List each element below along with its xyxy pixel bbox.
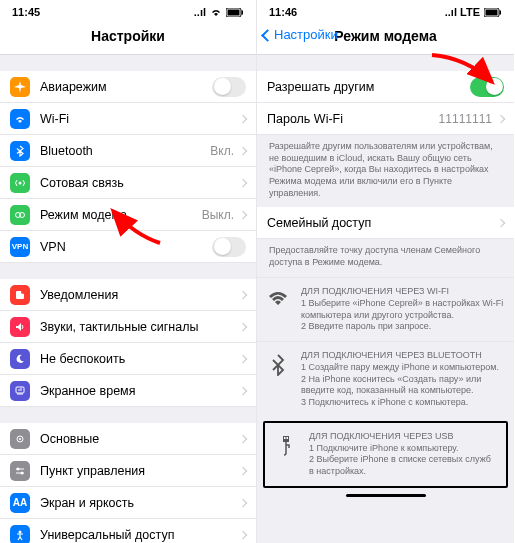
usb-instructions-highlighted: ДЛЯ ПОДКЛЮЧЕНИЯ ЧЕРЕЗ USB 1 Подключите i… [263,421,508,488]
chevron-right-icon [239,466,247,474]
chevron-right-icon [239,354,247,362]
row-label: Авиарежим [40,80,212,94]
home-indicator[interactable] [257,488,514,504]
row-wifi-password[interactable]: Пароль Wi-Fi 11111111 [257,103,514,135]
status-time: 11:46 [269,6,297,18]
row-label: Семейный доступ [267,216,498,230]
chevron-left-icon [263,27,274,42]
row-value: Выкл. [202,208,234,222]
svg-point-11 [17,467,20,470]
chevron-right-icon [239,290,247,298]
svg-point-7 [21,290,25,294]
row-label: Режим модема [40,208,202,222]
status-time: 11:45 [12,6,40,18]
status-icons: ..ıl LTE [445,6,502,18]
row-value: 11111111 [439,112,492,126]
row-label: Звуки, тактильные сигналы [40,320,240,334]
chevron-right-icon [239,498,247,506]
chevron-right-icon [497,219,505,227]
chevron-right-icon [239,146,247,154]
row-bluetooth[interactable]: Bluetooth Вкл. [0,135,256,167]
row-label: Универсальный доступ [40,528,240,542]
row-label: VPN [40,240,212,254]
usb-icon [275,431,297,478]
row-label: Основные [40,432,240,446]
row-airplane[interactable]: Авиарежим [0,71,256,103]
row-label: Разрешать другим [267,80,470,94]
airplane-toggle[interactable] [212,77,246,97]
row-hotspot[interactable]: Режим модема Выкл. [0,199,256,231]
chevron-right-icon [239,530,247,538]
chevron-right-icon [239,434,247,442]
conn-step: 1 Создайте пару между iPhone и компьютер… [301,362,504,374]
svg-rect-15 [486,9,498,15]
status-bar: 11:46 ..ıl LTE [257,0,514,22]
row-label: Пункт управления [40,464,240,478]
chevron-right-icon [239,210,247,218]
svg-rect-8 [16,387,24,393]
svg-point-12 [21,471,24,474]
svg-rect-16 [500,10,502,14]
chevron-right-icon [239,386,247,394]
svg-rect-2 [242,10,244,14]
dnd-icon [10,349,30,369]
settings-screen: 11:45 ..ıl Настройки Авиарежим Wi-Fi [0,0,257,543]
hotspot-screen: 11:46 ..ıl LTE Настройки Режим модема Ра… [257,0,514,543]
hotspot-icon [10,205,30,225]
bluetooth-icon [10,141,30,161]
row-value: Вкл. [210,144,234,158]
status-icons: ..ıl [194,6,244,18]
row-general[interactable]: Основные [0,423,256,455]
row-wifi[interactable]: Wi-Fi [0,103,256,135]
row-label: Экранное время [40,384,240,398]
vpn-icon: VPN [10,237,30,257]
wifi-instructions: ДЛЯ ПОДКЛЮЧЕНИЯ ЧЕРЕЗ WI-FI 1 Выберите «… [257,277,514,341]
allow-others-toggle[interactable] [470,77,504,97]
allow-note: Разрешайте другим пользователям или устр… [257,135,514,207]
row-label: Не беспокоить [40,352,240,366]
row-display[interactable]: AA Экран и яркость [0,487,256,519]
svg-point-13 [19,530,22,533]
control-center-icon [10,461,30,481]
chevron-right-icon [497,114,505,122]
airplane-icon [10,77,30,97]
row-accessibility[interactable]: Универсальный доступ [0,519,256,543]
row-allow-others[interactable]: Разрешать другим [257,71,514,103]
row-notifications[interactable]: Уведомления [0,279,256,311]
battery-icon [484,8,502,17]
vpn-toggle[interactable] [212,237,246,257]
row-control-center[interactable]: Пункт управления [0,455,256,487]
row-sounds[interactable]: Звуки, тактильные сигналы [0,311,256,343]
row-cellular[interactable]: Сотовая связь [0,167,256,199]
wifi-icon [210,8,222,17]
row-dnd[interactable]: Не беспокоить [0,343,256,375]
conn-step: 3 Подключитесь к iPhone с компьютера. [301,397,504,409]
chevron-right-icon [239,114,247,122]
row-label: Сотовая связь [40,176,240,190]
wifi-icon [267,286,289,333]
gear-icon [10,429,30,449]
row-family-sharing[interactable]: Семейный доступ [257,207,514,239]
screentime-icon [10,381,30,401]
display-icon: AA [10,493,30,513]
row-vpn[interactable]: VPN VPN [0,231,256,263]
bluetooth-instructions: ДЛЯ ПОДКЛЮЧЕНИЯ ЧЕРЕЗ BLUETOOTH 1 Создай… [257,341,514,417]
conn-step: 1 Выберите «iPhone Сергей» в настройках … [301,298,504,321]
back-button[interactable]: Настройки [263,27,338,42]
svg-rect-17 [283,436,289,442]
conn-step: 1 Подключите iPhone к компьютеру. [309,443,496,455]
chevron-right-icon [239,322,247,330]
row-label: Пароль Wi-Fi [267,112,439,126]
svg-point-3 [19,181,22,184]
row-screentime[interactable]: Экранное время [0,375,256,407]
cell-signal-icon: ..ıl [194,6,206,18]
svg-rect-19 [287,437,289,439]
conn-title: ДЛЯ ПОДКЛЮЧЕНИЯ ЧЕРЕЗ BLUETOOTH [301,350,504,360]
wifi-icon [10,109,30,129]
page-title: Настройки [0,22,256,55]
status-bar: 11:45 ..ıl [0,0,256,22]
page-title: Настройки Режим модема [257,22,514,55]
conn-step: 2 На iPhone коснитесь «Создать пару» или… [301,374,504,397]
row-label: Уведомления [40,288,240,302]
accessibility-icon [10,525,30,544]
